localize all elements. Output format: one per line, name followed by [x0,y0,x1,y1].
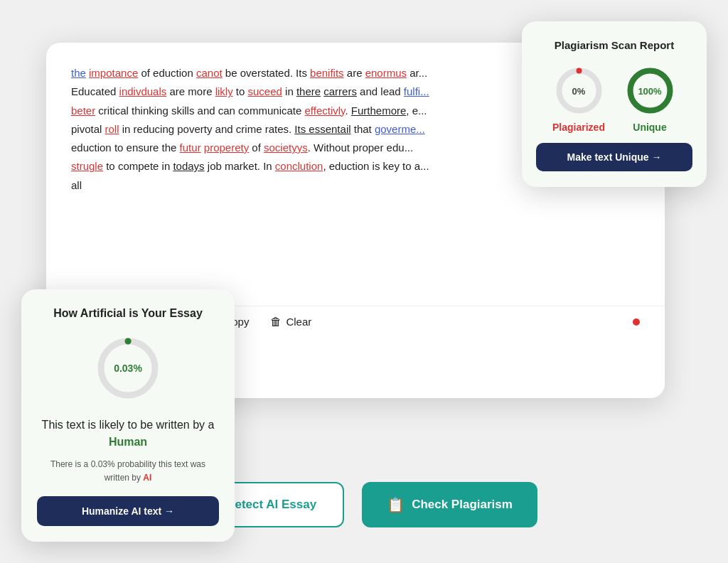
ai-essay-card: How Artificial is Your Essay 0.03% This … [21,289,235,542]
word-societyys: societyys [264,141,308,154]
word-canot: canot [196,67,223,79]
ai-percentage: 0.03% [114,363,142,374]
word-likly: likly [215,85,233,97]
unique-donut-wrap: 100% Unique [623,64,677,133]
plagiarized-label: Plagiarized [552,122,605,133]
word-the: the [71,67,86,79]
ai-word: AI [143,473,151,483]
clear-button[interactable]: 🗑 Clear [270,316,311,328]
ai-donut: 0.03% [92,333,164,404]
word-conclution: conclution [275,160,323,172]
unique-value: 100% [638,85,661,96]
word-benifits: benifits [310,67,344,79]
unique-label: Unique [633,122,666,133]
word-futur: futur [180,141,201,154]
unique-donut: 100% [623,64,677,117]
word-enormus: enormus [365,67,407,79]
plagiarism-report-card: Plagiarism Scan Report 0% Plagiarized [522,21,707,187]
word-todays: todays [173,160,204,172]
ai-verdict: This text is likely to be written by a H… [37,417,219,451]
word-its-essentail: Its essentail [294,123,350,135]
word-furthemore: Furthemore [351,104,407,117]
word-goverme: goverme... [375,123,425,135]
plagiarized-donut: 0% [552,64,606,117]
word-indivduals: indivduals [119,85,167,97]
trash-icon: 🗑 [270,316,282,328]
humanize-button[interactable]: Humanize AI text → [37,496,219,526]
ai-verdict-human: Human [109,436,147,448]
status-dot [633,318,640,326]
donut-row: 0% Plagiarized 100% Unique [536,64,692,133]
word-suceed: suceed [248,85,282,97]
word-fulfi: fulfi... [404,85,429,97]
ai-card-title: How Artificial is Your Essay [37,307,219,320]
report-title: Plagiarism Scan Report [536,39,692,51]
word-carrers: carrers [323,85,357,97]
word-beter: beter [71,104,95,117]
word-properety: properety [204,141,249,154]
word-effectivly: effectivly [305,104,346,117]
document-icon: 📋 [387,496,405,513]
ai-donut-wrap: 0.03% [37,333,219,404]
check-plagiarism-button[interactable]: 📋 Check Plagiarism [362,482,537,527]
word-impotance: impotance [89,67,138,79]
word-strugle: strugle [71,160,103,172]
word-there: there [296,85,321,97]
plagiarized-donut-wrap: 0% Plagiarized [552,64,606,133]
plagiarized-value: 0% [572,85,586,96]
make-unique-button[interactable]: Make text Unique → [536,143,692,171]
word-roll: roll [105,123,119,135]
ai-sub-text: There is a 0.03% probability this text w… [37,458,219,485]
